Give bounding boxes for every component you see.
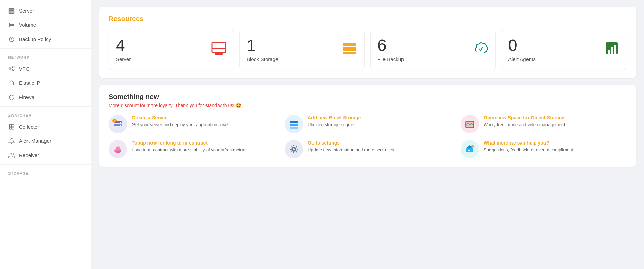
svg-rect-3	[9, 23, 14, 24]
svg-rect-1	[9, 10, 14, 12]
svg-rect-17	[212, 43, 226, 52]
sidebar-item-alert-manager-label: Alert-Manager	[19, 138, 51, 144]
resource-label-alert-agents: Alert Agents	[508, 56, 536, 62]
svg-point-45	[115, 149, 117, 151]
svg-rect-9	[13, 69, 14, 71]
svg-line-57	[291, 151, 292, 152]
new-item-settings[interactable]: Go to settings Update new information an…	[285, 140, 450, 158]
sidebar-item-backup-policy[interactable]: Backup Policy	[0, 32, 91, 46]
section-network: NETWORK	[0, 51, 91, 61]
new-item-icon-open-space	[461, 115, 479, 133]
sidebar-item-elastic-ip-label: Elastic IP	[19, 80, 40, 86]
sidebar-item-collector-label: Collector	[19, 124, 39, 130]
sidebar-item-firewall[interactable]: Firewall	[0, 90, 91, 104]
svg-rect-8	[13, 66, 14, 68]
new-item-icon-create-server: +	[109, 115, 127, 133]
sidebar-item-collector[interactable]: Collector	[0, 119, 91, 134]
svg-rect-61	[468, 150, 470, 151]
alert-manager-icon	[8, 137, 15, 144]
resource-icon-server	[211, 41, 227, 58]
new-item-title-open-space[interactable]: Open new Space for Object Storage	[484, 115, 565, 120]
new-items-grid: + Create a Server Get your server and de…	[109, 115, 626, 158]
volume-icon	[8, 21, 15, 28]
new-item-content-open-space: Open new Space for Object Storage Worry-…	[484, 115, 565, 128]
something-new-card: Something new More discount for more loy…	[99, 85, 636, 167]
svg-rect-37	[290, 127, 298, 129]
resource-info-alert-agents: 0 Alert Agents	[508, 37, 536, 62]
sidebar-item-receiver-label: Receiver	[19, 152, 39, 158]
resource-info-block-storage: 1 Block Storage	[247, 37, 278, 62]
new-item-desc-block-storage: Ulimited storage engine	[308, 122, 361, 128]
sidebar-item-alert-manager[interactable]: Alert-Manager	[0, 134, 91, 148]
svg-point-16	[10, 153, 12, 155]
new-item-title-create-server[interactable]: Create a Server	[132, 115, 228, 120]
resource-label-block-storage: Block Storage	[247, 56, 278, 62]
new-item-title-block-storage[interactable]: Add new Block Storage	[308, 115, 361, 120]
svg-rect-59	[466, 148, 473, 152]
svg-rect-26	[614, 45, 616, 54]
new-item-title-help[interactable]: What more we can help you?	[484, 140, 573, 146]
new-item-content-help: What more we can help you? Suggestions, …	[484, 140, 573, 153]
sidebar-item-server[interactable]: Server	[0, 3, 91, 18]
svg-rect-25	[611, 47, 613, 54]
svg-rect-18	[215, 53, 223, 55]
svg-rect-2	[9, 12, 14, 13]
svg-rect-22	[343, 52, 356, 54]
new-item-icon-block-storage	[285, 115, 303, 133]
new-item-create-server[interactable]: + Create a Server Get your server and de…	[109, 115, 274, 133]
new-item-content-block-storage: Add new Block Storage Ulimited storage e…	[308, 115, 361, 128]
divider-network	[0, 48, 91, 49]
svg-text:!: !	[472, 146, 473, 148]
resource-icon-alert-agents	[604, 41, 619, 59]
new-item-content-create-server: Create a Server Get your server and depl…	[132, 115, 228, 128]
new-item-block-storage[interactable]: Add new Block Storage Ulimited storage e…	[285, 115, 450, 133]
vpc-icon	[8, 65, 15, 72]
new-item-icon-topup	[109, 140, 127, 158]
sidebar-item-firewall-label: Firewall	[19, 94, 37, 100]
svg-point-31	[120, 125, 121, 126]
new-item-desc-help: Suggestions, feedback, or even a complim…	[484, 147, 573, 153]
new-item-title-topup[interactable]: Topup now for long term contract	[132, 140, 247, 146]
new-item-help[interactable]: ! What more we can help you? Suggestions…	[461, 140, 626, 158]
resources-grid: 4 Server 1 Block Storage	[109, 30, 626, 70]
section-storage: STORAGE	[0, 167, 91, 177]
svg-rect-35	[290, 121, 298, 123]
svg-text:+: +	[114, 119, 115, 122]
firewall-icon	[8, 94, 15, 100]
resource-tile-alert-agents[interactable]: 0 Alert Agents	[501, 30, 626, 70]
new-item-title-settings[interactable]: Go to settings	[308, 140, 394, 146]
svg-rect-36	[290, 124, 298, 126]
svg-line-10	[11, 67, 13, 68]
something-new-title: Something new	[109, 93, 626, 101]
svg-point-49	[293, 148, 295, 150]
new-item-icon-settings	[285, 140, 303, 158]
resource-tile-server[interactable]: 4 Server	[109, 30, 234, 70]
svg-rect-0	[9, 8, 14, 10]
resources-card: Resources 4 Server 1	[99, 7, 636, 78]
elastic-ip-icon	[8, 79, 15, 86]
sidebar-item-volume[interactable]: Volume	[0, 18, 91, 32]
new-item-desc-topup: Long term contract with more stability o…	[132, 147, 247, 153]
resource-tile-block-storage[interactable]: 1 Block Storage	[239, 30, 365, 70]
sidebar-item-receiver[interactable]: Receiver	[0, 148, 91, 162]
new-item-icon-help: !	[461, 140, 479, 158]
sidebar-item-vpc[interactable]: VPC	[0, 61, 91, 76]
main-content: Resources 4 Server 1	[91, 0, 644, 269]
new-item-desc-settings: Update new information and more securiti…	[308, 147, 394, 153]
collector-icon	[8, 123, 15, 130]
svg-rect-15	[12, 127, 14, 129]
sidebar-item-vpc-label: VPC	[19, 66, 30, 72]
new-item-topup[interactable]: Topup now for long term contract Long te…	[109, 140, 274, 158]
resources-title: Resources	[109, 15, 626, 23]
svg-rect-12	[9, 124, 11, 127]
divider-zwatcher	[0, 106, 91, 107]
sidebar-item-elastic-ip[interactable]: Elastic IP	[0, 76, 91, 90]
divider-storage	[0, 164, 91, 165]
resource-icon-block-storage	[341, 41, 358, 58]
section-zwatcher: ZWATCHER	[0, 109, 91, 119]
resource-tile-file-backup[interactable]: 6 File Backup	[370, 30, 496, 70]
new-item-open-space[interactable]: Open new Space for Object Storage Worry-…	[461, 115, 626, 133]
resource-count-block-storage: 1	[247, 37, 278, 54]
sidebar-item-server-label: Server	[19, 8, 34, 14]
resource-count-server: 4	[116, 37, 131, 54]
